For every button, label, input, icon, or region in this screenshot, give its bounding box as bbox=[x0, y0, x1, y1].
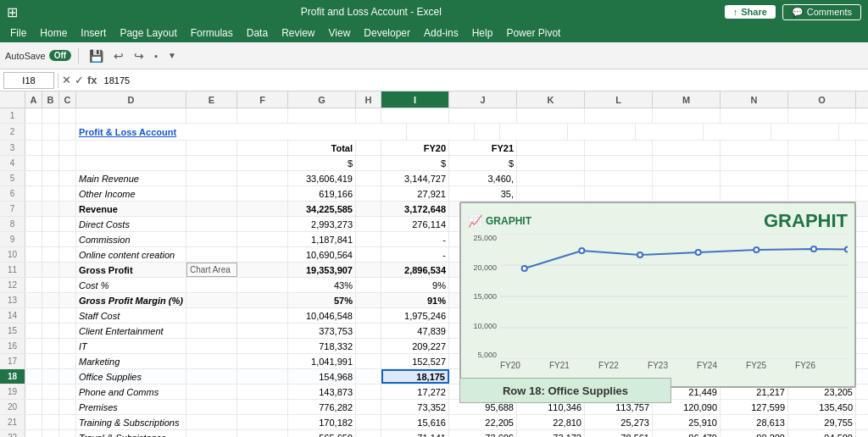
formula-input[interactable] bbox=[101, 75, 865, 86]
cell-I8[interactable]: 276,114 bbox=[381, 217, 449, 231]
cell-N3[interactable] bbox=[721, 141, 788, 155]
cell-B13[interactable] bbox=[42, 293, 59, 307]
cell-H2[interactable] bbox=[475, 124, 500, 140]
col-header-B[interactable]: B bbox=[42, 91, 59, 108]
cell-N5[interactable] bbox=[721, 171, 788, 185]
cell-M2[interactable] bbox=[771, 124, 839, 140]
customize-button[interactable]: ▼ bbox=[164, 49, 180, 62]
cell-L4[interactable] bbox=[585, 156, 653, 170]
cell-G19[interactable]: 143,873 bbox=[288, 384, 356, 399]
cell-A7[interactable] bbox=[25, 202, 42, 216]
cell-D21[interactable]: Training & Subscriptions bbox=[76, 415, 186, 429]
cell-D2[interactable]: Profit & Loss Account bbox=[76, 124, 407, 140]
cell-C15[interactable] bbox=[59, 324, 76, 338]
cell-I6[interactable]: 27,921 bbox=[381, 186, 449, 201]
cell-B19[interactable] bbox=[42, 384, 59, 399]
cell-B21[interactable] bbox=[42, 415, 59, 429]
cell-reference[interactable] bbox=[3, 72, 54, 89]
cell-C4[interactable] bbox=[59, 156, 76, 170]
cell-O6[interactable] bbox=[788, 186, 856, 201]
cell-F4[interactable] bbox=[237, 156, 288, 170]
cell-H13[interactable] bbox=[356, 293, 381, 307]
cell-I10[interactable]: - bbox=[381, 247, 449, 262]
cell-H21[interactable] bbox=[356, 415, 381, 429]
cell-N2[interactable] bbox=[839, 124, 868, 140]
cell-E13[interactable] bbox=[186, 293, 237, 307]
cell-I19[interactable]: 17,272 bbox=[381, 384, 449, 399]
cell-G3[interactable]: Total bbox=[288, 141, 356, 155]
cell-B5[interactable] bbox=[42, 171, 59, 185]
cell-F8[interactable] bbox=[237, 217, 288, 231]
cell-M5[interactable] bbox=[653, 171, 721, 185]
col-header-G[interactable]: G bbox=[288, 91, 356, 108]
cell-G4[interactable]: $ bbox=[288, 156, 356, 170]
cell-C11[interactable] bbox=[59, 263, 76, 277]
cell-O1[interactable] bbox=[788, 108, 856, 123]
cell-D20[interactable]: Premises bbox=[76, 400, 186, 414]
cell-I15[interactable]: 47,839 bbox=[381, 324, 449, 338]
cell-B7[interactable] bbox=[42, 202, 59, 216]
cell-E8[interactable] bbox=[186, 217, 237, 231]
redo-button[interactable]: ↪ bbox=[131, 47, 147, 64]
cell-F22[interactable] bbox=[237, 430, 288, 437]
menu-item-review[interactable]: Review bbox=[275, 25, 321, 41]
col-header-C[interactable]: C bbox=[59, 91, 76, 108]
cell-O20[interactable]: 135,450 bbox=[788, 400, 856, 414]
cell-M6[interactable] bbox=[653, 186, 721, 201]
cell-H16[interactable] bbox=[356, 339, 381, 353]
col-header-E[interactable]: E bbox=[186, 91, 237, 108]
col-header-F[interactable]: F bbox=[237, 91, 288, 108]
cell-H6[interactable] bbox=[356, 186, 381, 201]
cell-F10[interactable] bbox=[237, 247, 288, 262]
cell-A10[interactable] bbox=[25, 247, 42, 262]
cell-K6[interactable] bbox=[517, 186, 585, 201]
cell-B3[interactable] bbox=[42, 141, 59, 155]
cell-A12[interactable] bbox=[25, 278, 42, 292]
cell-B4[interactable] bbox=[42, 156, 59, 170]
cell-M4[interactable] bbox=[653, 156, 721, 170]
cell-D16[interactable]: IT bbox=[76, 339, 186, 353]
cell-I3[interactable]: FY20 bbox=[381, 141, 449, 155]
cell-I22[interactable]: 71,141 bbox=[381, 430, 449, 437]
cell-P1[interactable] bbox=[856, 108, 868, 123]
cell-D3[interactable] bbox=[76, 141, 186, 155]
cell-N21[interactable]: 28,613 bbox=[721, 415, 788, 429]
cell-E19[interactable] bbox=[186, 384, 237, 399]
cell-N6[interactable] bbox=[721, 186, 788, 201]
cell-G16[interactable]: 718,332 bbox=[288, 339, 356, 353]
cell-I20[interactable]: 73,352 bbox=[381, 400, 449, 414]
cell-E14[interactable] bbox=[186, 308, 237, 323]
cell-E10[interactable] bbox=[186, 247, 237, 262]
cell-E5[interactable] bbox=[186, 171, 237, 185]
cell-B22[interactable] bbox=[42, 430, 59, 437]
cell-B20[interactable] bbox=[42, 400, 59, 414]
cell-E6[interactable] bbox=[186, 186, 237, 201]
cell-I18-selected[interactable]: 18,175 bbox=[381, 369, 449, 384]
cell-J22[interactable]: 73,606 bbox=[449, 430, 517, 437]
cell-B15[interactable] bbox=[42, 324, 59, 338]
cell-L22[interactable]: 78,561 bbox=[585, 430, 653, 437]
cell-E16[interactable] bbox=[186, 339, 237, 353]
cell-I14[interactable]: 1,975,246 bbox=[381, 308, 449, 323]
menu-item-help[interactable]: Help bbox=[465, 25, 500, 41]
cell-F12[interactable] bbox=[237, 278, 288, 292]
cell-C18[interactable] bbox=[59, 369, 76, 384]
col-header-L[interactable]: L bbox=[585, 91, 653, 108]
col-header-A[interactable]: A bbox=[25, 91, 42, 108]
cell-B6[interactable] bbox=[42, 186, 59, 201]
cell-C19[interactable] bbox=[59, 384, 76, 399]
cell-A6[interactable] bbox=[25, 186, 42, 201]
cell-M3[interactable] bbox=[653, 141, 721, 155]
cell-E22[interactable] bbox=[186, 430, 237, 437]
cell-C6[interactable] bbox=[59, 186, 76, 201]
cell-I11[interactable]: 2,896,534 bbox=[381, 263, 449, 277]
cell-D5[interactable]: Main Revenue bbox=[76, 171, 186, 185]
cell-O22[interactable]: 94,500 bbox=[788, 430, 856, 437]
cell-F14[interactable] bbox=[237, 308, 288, 323]
cell-D11[interactable]: Gross Profit bbox=[76, 263, 186, 277]
cell-D7[interactable]: Revenue bbox=[76, 202, 186, 216]
cell-B9[interactable] bbox=[42, 232, 59, 246]
cell-G10[interactable]: 10,690,564 bbox=[288, 247, 356, 262]
cell-F6[interactable] bbox=[237, 186, 288, 201]
col-header-H[interactable]: H bbox=[356, 91, 381, 108]
